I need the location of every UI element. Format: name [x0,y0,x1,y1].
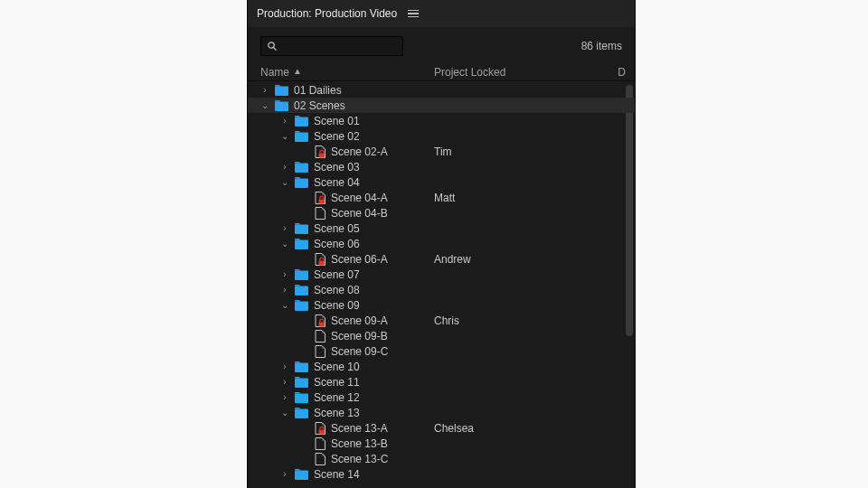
chevron-right-icon[interactable]: › [280,269,289,279]
row-icon [315,314,326,327]
chevron-down-icon[interactable]: ⌄ [280,131,289,141]
tree-row[interactable]: › Scene 09-AChris [248,313,635,328]
row-icon [295,162,308,173]
chevron-right-icon[interactable]: › [280,223,289,233]
chevron-down-icon[interactable]: ⌄ [280,408,289,418]
row-icon [295,361,308,372]
chevron-right-icon[interactable]: › [280,116,289,126]
tree-row[interactable]: ⌄ Scene 13 [248,405,635,420]
tree-row[interactable]: › Scene 01 [248,113,635,128]
tree-row[interactable]: ⌄ Scene 09 [248,297,635,313]
search-icon [267,41,278,52]
chevron-right-icon[interactable]: › [280,162,289,172]
tree-row[interactable]: › Scene 12 [248,389,635,405]
row-label: Scene 02 [314,130,360,143]
chevron-down-icon[interactable]: ⌄ [280,177,289,187]
file-icon [315,453,326,465]
chevron-right-icon[interactable]: › [280,469,289,479]
folder-icon [295,177,308,188]
row-label: Scene 09 [314,299,360,312]
row-icon [295,239,308,249]
svg-rect-7 [295,163,308,173]
row-label: Scene 09-C [331,345,388,358]
search-input[interactable] [260,36,403,56]
file-locked-icon [315,253,326,266]
tree-row[interactable]: › Scene 14 [248,466,635,482]
folder-icon [275,85,288,96]
tree-row[interactable]: › Scene 03 [248,159,635,174]
tree-row[interactable]: › Scene 05 [248,221,635,236]
row-label: Scene 06-A [331,253,388,266]
tree-row[interactable]: › Scene 02-ATim [248,144,635,159]
chevron-down-icon[interactable]: ⌄ [280,239,289,249]
column-headers[interactable]: Name ▲ Project Locked D [248,63,635,81]
row-icon [295,469,308,480]
svg-rect-19 [295,393,308,403]
chevron-right-icon[interactable]: › [280,392,289,402]
folder-icon [275,100,288,111]
tree-row[interactable]: › Scene 13-C [248,451,635,466]
row-locked-by: Chris [434,314,459,327]
row-label: Scene 08 [314,284,360,296]
svg-rect-5 [295,132,308,142]
tree-row[interactable]: › Scene 09-C [248,343,635,359]
row-icon [315,437,326,450]
row-label: Scene 11 [314,376,360,389]
tree-row[interactable]: › Scene 04-B [248,205,635,221]
tree-row[interactable]: › Scene 13-B [248,436,635,451]
svg-rect-6 [319,153,326,157]
row-label: Scene 10 [314,361,360,373]
row-locked-by: Andrew [434,253,471,266]
svg-rect-20 [295,408,308,418]
folder-icon [295,131,308,142]
file-icon [315,207,326,220]
svg-rect-12 [319,260,326,265]
row-label: Scene 13-A [331,422,388,435]
tree-row[interactable]: › Scene 11 [248,374,635,389]
svg-rect-8 [295,178,308,188]
row-label: Scene 04 [314,176,360,189]
row-icon [315,207,326,220]
column-d[interactable]: D [618,66,635,79]
tree-row[interactable]: › Scene 10 [248,359,635,374]
row-icon [315,330,326,343]
column-name[interactable]: Name ▲ [260,66,434,79]
file-locked-icon [315,314,326,327]
project-tree[interactable]: › 01 Dailies⌄ 02 Scenes› Scene 01⌄ Scene… [248,81,635,488]
tree-row[interactable]: › Scene 07 [248,267,635,282]
tree-row[interactable]: ⌄ 02 Scenes [248,98,635,113]
chevron-down-icon[interactable]: ⌄ [280,300,289,310]
file-locked-icon [315,145,326,158]
tree-row[interactable]: › Scene 13-AChelsea [248,420,635,436]
folder-icon [295,377,308,388]
chevron-right-icon[interactable]: › [260,85,269,95]
tree-row[interactable]: › Scene 06-AAndrew [248,251,635,267]
chevron-right-icon[interactable]: › [280,361,289,371]
row-label: Scene 07 [314,268,360,281]
svg-rect-13 [295,270,308,280]
panel-toolbar: 86 items [248,27,635,63]
row-icon [295,223,308,234]
folder-icon [295,392,308,403]
tree-row[interactable]: › 01 Dailies [248,82,635,98]
column-project-locked[interactable]: Project Locked [434,66,588,79]
row-label: Scene 06 [314,238,360,250]
chevron-right-icon[interactable]: › [280,377,289,387]
svg-rect-3 [275,101,288,111]
tree-row[interactable]: ⌄ Scene 04 [248,174,635,190]
tree-row[interactable]: › Scene 04-AMatt [248,190,635,205]
chevron-down-icon[interactable]: ⌄ [260,100,269,110]
row-icon [275,85,288,96]
chevron-right-icon[interactable]: › [280,285,289,295]
tree-row[interactable]: › Scene 09-B [248,328,635,343]
row-label: Scene 04-A [331,192,388,204]
file-locked-icon [315,422,326,435]
tree-row[interactable]: › Scene 08 [248,282,635,297]
row-label: Scene 05 [314,222,360,235]
folder-icon [295,408,308,418]
svg-rect-21 [319,429,326,434]
panel-menu-icon[interactable] [408,10,419,18]
svg-rect-16 [319,322,326,326]
tree-row[interactable]: ⌄ Scene 06 [248,236,635,251]
tree-row[interactable]: ⌄ Scene 02 [248,128,635,144]
